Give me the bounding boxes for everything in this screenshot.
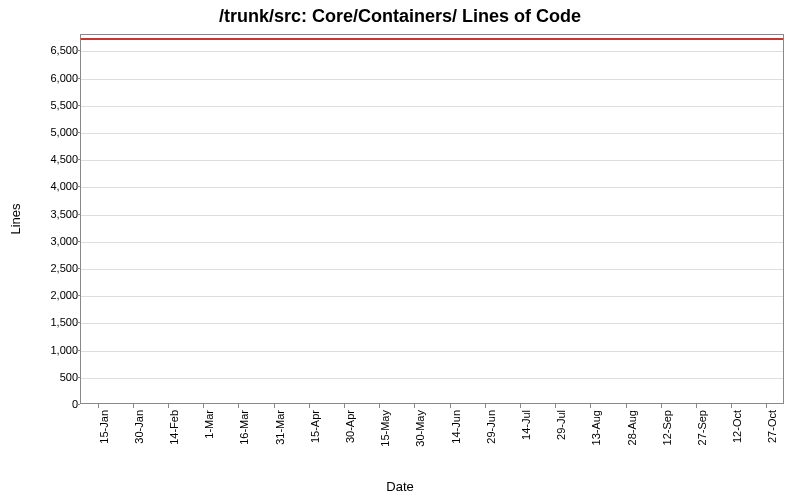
x-tick-mark [626,404,627,408]
x-tick-label: 16-Mar [238,410,250,470]
gridline-h [81,160,783,161]
x-tick-label: 15-Jan [98,410,110,470]
x-tick-label: 1-Mar [203,410,215,470]
gridline-h [81,323,783,324]
gridline-h [81,133,783,134]
y-tick-label: 1,000 [28,344,78,356]
x-tick-label: 29-Jun [485,410,497,470]
x-tick-mark [274,404,275,408]
x-tick-mark [766,404,767,408]
y-tick-mark [76,186,80,187]
x-tick-mark [555,404,556,408]
x-tick-mark [379,404,380,408]
y-tick-mark [76,78,80,79]
y-tick-label: 500 [28,371,78,383]
x-tick-label: 29-Jul [555,410,567,470]
x-tick-label: 30-Jan [133,410,145,470]
y-tick-mark [76,350,80,351]
x-tick-mark [344,404,345,408]
x-tick-label: 12-Oct [731,410,743,470]
y-tick-mark [76,50,80,51]
y-tick-label: 4,000 [28,180,78,192]
y-tick-mark [76,241,80,242]
y-tick-mark [76,159,80,160]
gridline-h [81,351,783,352]
x-tick-label: 15-Apr [309,410,321,470]
gridline-h [81,51,783,52]
x-tick-label: 14-Jun [450,410,462,470]
x-tick-mark [309,404,310,408]
y-tick-label: 3,500 [28,208,78,220]
y-tick-mark [76,404,80,405]
x-tick-label: 31-Mar [274,410,286,470]
x-tick-label: 27-Sep [696,410,708,470]
x-tick-label: 30-May [414,410,426,470]
y-tick-label: 0 [28,398,78,410]
x-tick-label: 13-Aug [590,410,602,470]
y-tick-mark [76,322,80,323]
x-tick-mark [203,404,204,408]
y-tick-label: 4,500 [28,153,78,165]
x-tick-mark [98,404,99,408]
y-tick-mark [76,132,80,133]
gridline-h [81,269,783,270]
y-tick-label: 6,500 [28,44,78,56]
x-tick-label: 12-Sep [661,410,673,470]
y-tick-mark [76,105,80,106]
x-tick-mark [450,404,451,408]
y-tick-mark [76,377,80,378]
y-tick-label: 2,500 [28,262,78,274]
gridline-h [81,242,783,243]
gridline-h [81,215,783,216]
y-tick-mark [76,268,80,269]
x-tick-label: 30-Apr [344,410,356,470]
gridline-h [81,187,783,188]
y-axis-label: Lines [8,203,23,234]
x-tick-mark [414,404,415,408]
y-tick-label: 6,000 [28,72,78,84]
chart-title: /trunk/src: Core/Containers/ Lines of Co… [0,6,800,27]
x-tick-mark [133,404,134,408]
x-tick-label: 27-Oct [766,410,778,470]
data-series-line [81,38,783,40]
x-tick-label: 14-Jul [520,410,532,470]
x-tick-label: 14-Feb [168,410,180,470]
x-tick-mark [731,404,732,408]
plot-area [80,34,784,404]
y-tick-label: 2,000 [28,289,78,301]
y-tick-label: 1,500 [28,316,78,328]
x-tick-mark [520,404,521,408]
y-tick-label: 5,000 [28,126,78,138]
y-tick-mark [76,295,80,296]
gridline-h [81,378,783,379]
x-tick-mark [696,404,697,408]
gridline-h [81,106,783,107]
x-tick-mark [661,404,662,408]
gridline-h [81,296,783,297]
x-tick-label: 28-Aug [626,410,638,470]
y-tick-label: 3,000 [28,235,78,247]
x-tick-mark [238,404,239,408]
x-tick-mark [590,404,591,408]
gridline-h [81,79,783,80]
x-tick-mark [168,404,169,408]
x-tick-mark [485,404,486,408]
y-tick-label: 5,500 [28,99,78,111]
y-tick-mark [76,214,80,215]
x-tick-label: 15-May [379,410,391,470]
x-axis-label: Date [0,479,800,494]
